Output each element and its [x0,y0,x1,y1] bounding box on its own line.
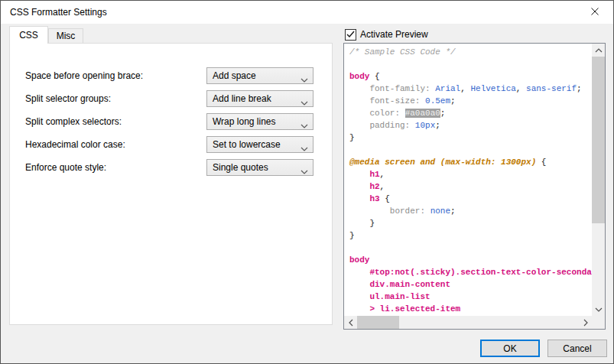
css-formatter-settings-dialog: CSS Formatter Settings CSS Misc Space be… [0,0,614,364]
combo-value: Add line break [213,93,271,104]
code-line [349,242,592,254]
chevron-down-icon [301,166,308,177]
ok-button[interactable]: OK [480,340,540,357]
close-icon [590,7,599,18]
chevron-down-icon [301,97,308,108]
code-line: > li.selected-item [349,303,592,315]
tab-misc[interactable]: Misc [48,28,83,43]
code-line [349,144,592,156]
label-split-complex-selectors: Split complex selectors: [25,116,122,127]
css-preview-code: /* Sample CSS Code */body { font-family:… [344,44,592,316]
code-line: } [349,132,592,144]
vertical-scrollbar[interactable] [592,44,605,316]
tab-page-css: Space before opening brace: Split select… [9,43,333,325]
cancel-button[interactable]: Cancel [547,340,607,357]
checkbox-check-icon [346,30,355,41]
tab-css[interactable]: CSS [9,26,48,44]
scroll-up-icon[interactable] [592,44,605,57]
chevron-down-icon [301,120,308,131]
scroll-down-icon[interactable] [592,303,605,316]
code-line: h1, [349,168,592,180]
combo-split-selector-groups[interactable]: Add line break [206,90,313,107]
scroll-left-icon[interactable] [344,316,357,329]
vertical-scrollbar-thumb[interactable] [592,57,605,223]
label-split-selector-groups: Split selector groups: [25,93,111,104]
code-line [349,58,592,70]
chevron-down-icon [301,143,308,154]
activate-preview-label: Activate Preview [360,29,428,40]
label-enforce-quote-style: Enforce quote style: [25,162,106,173]
css-preview-pane: /* Sample CSS Code */body { font-family:… [343,43,606,330]
title-bar: CSS Formatter Settings [1,1,613,24]
combo-value: Set to lowercase [213,139,281,150]
code-line: body { [349,70,592,83]
combo-space-before-brace[interactable]: Add space [206,67,313,84]
code-line: color: #a0a0a0; [349,107,592,119]
combo-split-complex-selectors[interactable]: Wrap long lines [206,113,313,130]
code-line: } [349,229,592,242]
code-line: ul.main-list [349,291,592,303]
label-space-before-brace: Space before opening brace: [25,70,143,81]
code-line: border: none; [349,205,592,217]
code-line: @media screen and (max-width: 1300px) { [349,156,592,168]
code-line: h2, [349,180,592,193]
code-line: body [349,254,592,266]
combo-value: Add space [213,70,256,81]
code-line: font-family: Arial, Helvetica, sans-seri… [349,83,592,95]
combo-value: Single quotes [213,162,268,173]
code-line: h3 { [349,193,592,205]
horizontal-scrollbar[interactable] [344,316,592,329]
code-line: font-size: 0.5em; [349,95,592,107]
combo-value: Wrap long lines [213,116,276,127]
code-line: } [349,217,592,229]
code-line: #top:not(.sticky).section-text-color-sec… [349,266,592,278]
code-line: /* Sample CSS Code */ [349,46,592,58]
dialog-title: CSS Formatter Settings [10,7,107,18]
combo-hex-color-case[interactable]: Set to lowercase [206,136,313,153]
code-line: padding: 10px; [349,119,592,132]
dialog-frame: CSS Formatter Settings CSS Misc Space be… [0,0,614,364]
combo-enforce-quote-style[interactable]: Single quotes [206,159,313,176]
close-button[interactable] [578,2,612,23]
scrollbar-corner [592,316,605,329]
code-line: div.main-content [349,278,592,291]
activate-preview-checkbox[interactable] [345,29,356,41]
chevron-down-icon [301,74,308,85]
scroll-right-icon[interactable] [579,316,592,329]
label-hex-color-case: Hexadecimal color case: [25,139,125,150]
horizontal-scrollbar-thumb[interactable] [357,316,399,329]
